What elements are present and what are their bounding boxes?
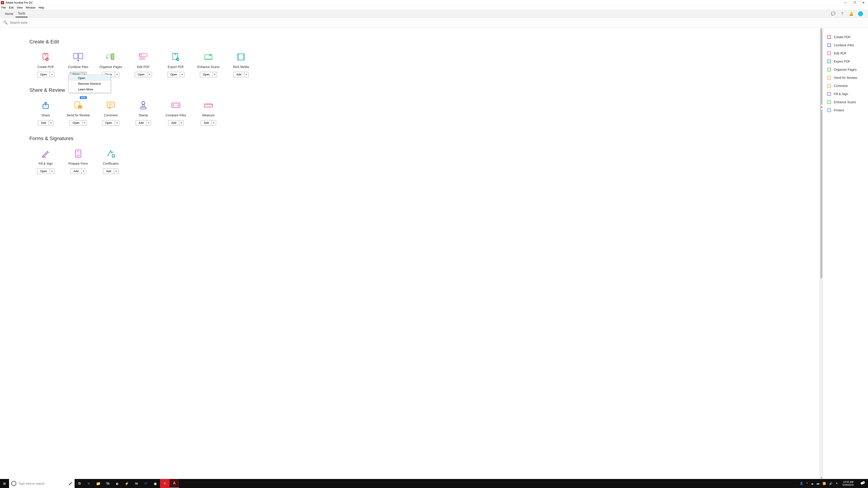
taskbar-search[interactable]: 🎤 <box>9 479 74 488</box>
acrobat-icon[interactable]: A <box>169 479 179 488</box>
open-button[interactable]: Open▼ <box>70 120 87 126</box>
sidebar-item-comment[interactable]: Comment <box>823 82 868 90</box>
scroll-down-icon[interactable]: ▼ <box>820 477 823 479</box>
maximize-button[interactable]: ❐ <box>853 1 856 4</box>
chevron-down-icon[interactable]: ▼ <box>213 72 217 77</box>
dropdown-item[interactable]: Open <box>68 75 111 81</box>
open-button[interactable]: Open▼ <box>135 72 152 77</box>
tool-card-fill-sign[interactable]: Fill & SignOpen▼ <box>29 145 62 180</box>
open-button[interactable]: Open▼ <box>37 72 54 77</box>
tool-card-export-pdf[interactable]: Export PDFOpen▼ <box>160 49 192 83</box>
task-view-icon[interactable]: ⧉ <box>74 479 84 488</box>
chevron-down-icon[interactable]: ▼ <box>49 121 53 125</box>
tool-card-combine-files[interactable]: Combine FilesOpen▼OpenRemove ShortcutLea… <box>62 49 94 83</box>
add-button[interactable]: Add▼ <box>233 72 248 77</box>
chevron-down-icon[interactable]: ▼ <box>148 72 152 77</box>
menu-view[interactable]: View <box>17 6 23 9</box>
people-icon[interactable]: 👤 <box>800 482 803 485</box>
wifi-icon[interactable]: 📶 <box>823 482 826 485</box>
taskbar-clock[interactable]: 10:55 AM 5/29/2019 <box>841 481 855 486</box>
tool-card-stamp[interactable]: StampAdd▼ <box>127 97 160 131</box>
menu-help[interactable]: Help <box>39 6 44 9</box>
edge-icon[interactable]: e <box>84 479 94 488</box>
tab-home[interactable]: Home <box>3 10 16 18</box>
tool-card-share[interactable]: ShareAdd▼ <box>29 97 62 131</box>
minimize-button[interactable]: — <box>844 1 847 4</box>
start-button[interactable]: ⊞ <box>0 479 9 488</box>
help-icon[interactable]: ? <box>840 11 844 16</box>
tool-card-prepare-form[interactable]: Prepare FormAdd▼ <box>62 145 94 180</box>
add-button[interactable]: Add▼ <box>168 120 183 126</box>
search-input[interactable] <box>10 21 865 24</box>
scroll-thumb[interactable] <box>820 30 822 278</box>
word-icon[interactable]: W <box>141 479 151 488</box>
app-icon-1[interactable]: ⚡ <box>122 479 131 488</box>
tool-card-enhance-scans[interactable]: Enhance ScansOpen▼ <box>192 49 225 83</box>
tool-card-rich-media[interactable]: Rich MediaAdd▼ <box>225 49 257 83</box>
sidebar-item-fill-sign[interactable]: Fill & Sign <box>823 90 868 98</box>
open-button[interactable]: Open▼ <box>102 120 119 126</box>
tool-card-compare-files[interactable]: Compare FilesAdd▼ <box>160 97 192 131</box>
open-button[interactable]: Open▼ <box>167 72 184 77</box>
open-button[interactable]: Open▼ <box>37 168 54 174</box>
tab-tools[interactable]: Tools <box>16 10 28 18</box>
chevron-down-icon[interactable]: ▼ <box>115 72 119 77</box>
creative-cloud-icon[interactable]: ◊ <box>160 479 169 488</box>
tool-card-measure[interactable]: MeasureAdd▼ <box>192 97 225 131</box>
mail-icon[interactable]: ✉ <box>131 479 141 488</box>
close-button[interactable]: ✕ <box>862 1 865 4</box>
add-button[interactable]: Add▼ <box>103 168 118 174</box>
open-button[interactable]: Open▼ <box>200 72 217 77</box>
sidebar-item-export-pdf[interactable]: Export PDF <box>823 57 868 66</box>
taskbar-search-input[interactable] <box>19 482 66 485</box>
battery-icon[interactable]: ▬ <box>817 482 819 485</box>
scrollbar[interactable]: ▲ ▼ <box>819 28 823 479</box>
chat-icon[interactable]: 💬 <box>831 11 835 16</box>
sidebar-item-organize-pages[interactable]: Organize Pages <box>823 66 868 74</box>
pen-icon[interactable]: ✎ <box>836 482 838 485</box>
sidebar-item-enhance-scans[interactable]: Enhance Scans <box>823 98 868 106</box>
mic-icon[interactable]: 🎤 <box>68 482 72 485</box>
action-center-icon[interactable]: 💬4 <box>858 482 866 485</box>
sidebar-item-protect[interactable]: Protect <box>823 106 868 114</box>
chevron-down-icon[interactable]: ▼ <box>179 121 183 125</box>
sidebar-collapse-button[interactable]: ▶ <box>821 104 823 110</box>
chevron-down-icon[interactable]: ▼ <box>114 169 118 174</box>
add-button[interactable]: Add▼ <box>201 120 216 126</box>
add-button[interactable]: Add▼ <box>70 168 86 174</box>
dropdown-item[interactable]: Learn More <box>68 87 111 92</box>
tray-chevron-icon[interactable]: ^ <box>806 482 808 485</box>
explorer-icon[interactable]: 📁 <box>94 479 103 488</box>
menu-file[interactable]: File <box>1 6 6 9</box>
sidebar-item-combine-files[interactable]: Combine Files <box>823 41 868 49</box>
chevron-down-icon[interactable]: ▼ <box>180 72 184 77</box>
avatar[interactable] <box>858 11 863 16</box>
notifications-icon[interactable]: 🔔 <box>849 11 854 16</box>
tool-card-edit-pdf[interactable]: Edit PDFOpen▼ <box>127 49 160 83</box>
tool-card-create-pdf[interactable]: Create PDFOpen▼ <box>29 49 62 83</box>
tool-card-comment[interactable]: CommentOpen▼ <box>94 97 127 131</box>
sidebar-item-send-for-review[interactable]: Send for Review <box>823 74 868 82</box>
store-icon[interactable]: 🛍 <box>103 479 113 488</box>
tool-card-send-for-review[interactable]: NEWSend for ReviewOpen▼ <box>62 97 94 131</box>
add-button[interactable]: Add▼ <box>135 120 151 126</box>
chevron-down-icon[interactable]: ▼ <box>244 72 248 77</box>
dropdown-item[interactable]: Remove Shortcut <box>68 81 111 87</box>
sidebar-item-edit-pdf[interactable]: Edit PDF <box>823 49 868 57</box>
chevron-down-icon[interactable]: ▼ <box>50 72 54 77</box>
scroll-up-icon[interactable]: ▲ <box>820 28 823 30</box>
chevron-down-icon[interactable]: ▼ <box>115 121 119 125</box>
chevron-down-icon[interactable]: ▼ <box>147 121 151 125</box>
chevron-down-icon[interactable]: ▼ <box>82 169 86 174</box>
onedrive-icon[interactable]: ☁ <box>811 482 813 485</box>
tool-card-certificates[interactable]: CertificatesAdd▼ <box>94 145 127 180</box>
chevron-down-icon[interactable]: ▼ <box>83 121 87 125</box>
volume-icon[interactable]: 🔊 <box>829 482 833 485</box>
chevron-down-icon[interactable]: ▼ <box>212 121 216 125</box>
chrome-icon[interactable]: ◉ <box>151 479 160 488</box>
menu-edit[interactable]: Edit <box>9 6 13 9</box>
dropbox-icon[interactable]: ⬖ <box>113 479 122 488</box>
add-button[interactable]: Add▼ <box>38 120 53 126</box>
menu-window[interactable]: Window <box>26 6 35 9</box>
chevron-down-icon[interactable]: ▼ <box>50 169 54 174</box>
